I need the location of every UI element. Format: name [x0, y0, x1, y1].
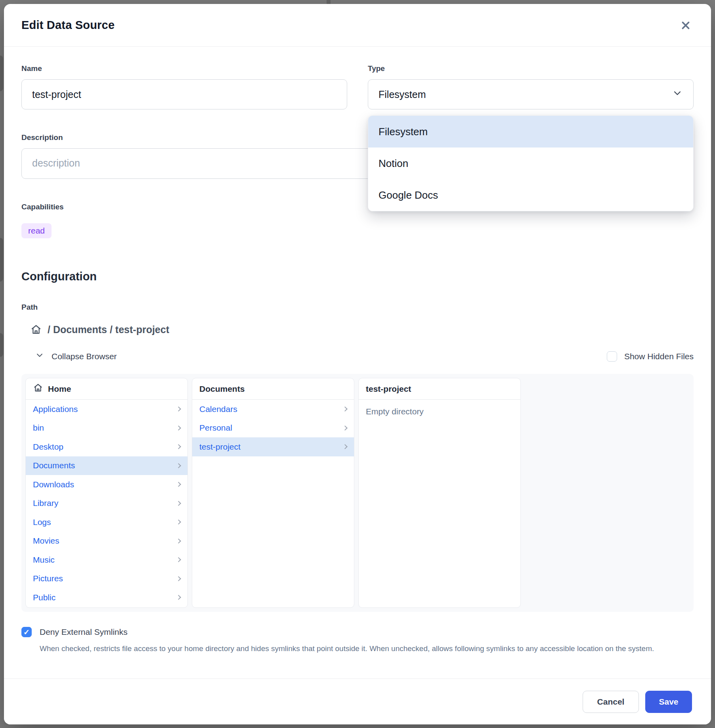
home-icon	[33, 383, 43, 395]
save-button[interactable]: Save	[645, 691, 692, 713]
show-hidden-files-checkbox[interactable]	[607, 351, 617, 362]
browser-column-home: Home Applications bin Desktop Documents …	[25, 378, 188, 608]
dir-item-label: Public	[33, 593, 55, 602]
chevron-right-icon	[176, 406, 181, 412]
dir-item-pictures[interactable]: Pictures	[26, 569, 187, 588]
chevron-right-icon	[176, 501, 181, 506]
dir-item-label: Personal	[199, 423, 232, 433]
browser-column-test-project-header: test-project	[359, 378, 520, 400]
chevron-right-icon	[342, 444, 348, 449]
dir-item-label: Desktop	[33, 442, 63, 452]
dir-item-label: bin	[33, 423, 44, 433]
chevron-right-icon	[176, 538, 181, 544]
dir-item-downloads[interactable]: Downloads	[26, 475, 187, 494]
type-field-group: Type Filesystem Filesystem Notion Google…	[368, 64, 694, 109]
type-select-value: Filesystem	[379, 89, 426, 100]
collapse-browser-toggle[interactable]: Collapse Browser	[21, 351, 117, 362]
capabilities-badges: read	[21, 223, 694, 238]
backdrop-left-smudge-3	[0, 333, 3, 357]
home-icon[interactable]	[30, 324, 42, 335]
chevron-right-icon	[342, 425, 348, 431]
cancel-button[interactable]: Cancel	[583, 691, 639, 713]
show-hidden-files-toggle[interactable]: Show Hidden Files	[607, 351, 694, 362]
dir-item-personal[interactable]: Personal	[192, 419, 354, 438]
dir-item-label: Calendars	[199, 404, 237, 414]
configuration-heading: Configuration	[21, 270, 694, 283]
dir-item-applications[interactable]: Applications	[26, 400, 187, 419]
capability-badge-read: read	[21, 223, 52, 238]
name-input[interactable]	[21, 79, 347, 109]
type-option-notion[interactable]: Notion	[368, 148, 693, 179]
dir-item-label: Library	[33, 498, 58, 508]
dir-item-label: Downloads	[33, 480, 74, 489]
chevron-down-icon	[672, 88, 683, 101]
deny-symlinks-row: ✓ Deny External Symlinks	[21, 627, 694, 637]
chevron-right-icon	[176, 519, 181, 525]
chevron-down-icon	[35, 351, 44, 362]
dir-item-bin[interactable]: bin	[26, 419, 187, 438]
browser-column-header-label: Home	[48, 384, 71, 394]
dir-item-label: Pictures	[33, 574, 63, 583]
dir-item-library[interactable]: Library	[26, 494, 187, 513]
browser-column-test-project: test-project Empty directory	[358, 378, 521, 608]
breadcrumb: / Documents / test-project	[21, 324, 694, 335]
dir-item-documents[interactable]: Documents	[26, 456, 187, 475]
dir-item-logs[interactable]: Logs	[26, 513, 187, 532]
browser-toolbar: Collapse Browser Show Hidden Files	[21, 351, 694, 362]
chevron-right-icon	[176, 576, 181, 581]
dir-item-calendars[interactable]: Calendars	[192, 400, 354, 419]
path-label: Path	[21, 303, 694, 312]
dir-item-test-project[interactable]: test-project	[192, 437, 354, 456]
close-icon[interactable]	[678, 17, 694, 33]
show-hidden-files-label: Show Hidden Files	[624, 352, 694, 361]
browser-column-documents-items: Calendars Personal test-project	[192, 400, 354, 607]
chevron-right-icon	[176, 444, 181, 449]
dir-item-desktop[interactable]: Desktop	[26, 437, 187, 456]
chevron-right-icon	[342, 406, 348, 412]
name-field-group: Name	[21, 64, 347, 109]
dir-item-music[interactable]: Music	[26, 550, 187, 569]
chevron-right-icon	[176, 595, 181, 600]
dialog-body: Name Type Filesystem Filesystem Notion G…	[4, 47, 711, 678]
name-label: Name	[21, 64, 347, 73]
dir-item-movies[interactable]: Movies	[26, 532, 187, 551]
type-option-filesystem[interactable]: Filesystem	[368, 116, 693, 148]
type-dropdown-menu: Filesystem Notion Google Docs	[368, 115, 694, 211]
browser-column-documents: Documents Calendars Personal test-projec…	[192, 378, 354, 608]
deny-symlinks-label: Deny External Symlinks	[40, 627, 128, 637]
deny-symlinks-help: When checked, restricts file access to y…	[21, 643, 671, 654]
empty-directory-text: Empty directory	[359, 400, 520, 423]
browser-column-home-header: Home	[26, 378, 187, 400]
dir-item-label: test-project	[199, 442, 241, 452]
dialog-header: Edit Data Source	[4, 4, 711, 47]
browser-column-header-label: Documents	[199, 384, 245, 394]
chevron-right-icon	[176, 557, 181, 562]
browser-column-home-items: Applications bin Desktop Documents Downl…	[26, 400, 187, 607]
edit-data-source-dialog: Edit Data Source Name Type Filesystem Fi	[4, 4, 711, 724]
breadcrumb-path: / Documents / test-project	[48, 324, 169, 335]
collapse-browser-label: Collapse Browser	[52, 352, 117, 361]
dir-item-public[interactable]: Public	[26, 588, 187, 607]
browser-column-header-label: test-project	[366, 384, 411, 394]
chevron-right-icon	[176, 463, 181, 468]
dialog-footer: Cancel Save	[4, 678, 711, 724]
dir-item-label: Movies	[33, 536, 59, 546]
type-select[interactable]: Filesystem	[368, 79, 694, 109]
backdrop-left-smudge-1	[0, 56, 3, 91]
chevron-right-icon	[176, 425, 181, 431]
dir-item-label: Music	[33, 555, 55, 565]
check-icon: ✓	[23, 628, 30, 637]
type-label: Type	[368, 64, 694, 73]
deny-symlinks-checkbox[interactable]: ✓	[21, 627, 32, 637]
dir-item-label: Documents	[33, 461, 75, 470]
dialog-title: Edit Data Source	[21, 19, 115, 32]
backdrop-left-smudge-2	[0, 238, 3, 282]
type-option-google-docs[interactable]: Google Docs	[368, 179, 693, 211]
dir-item-label: Applications	[33, 404, 78, 414]
backdrop-top-divider	[327, 0, 331, 4]
browser-column-documents-header: Documents	[192, 378, 354, 400]
file-browser: Home Applications bin Desktop Documents …	[21, 374, 694, 612]
chevron-right-icon	[176, 482, 181, 487]
dir-item-label: Logs	[33, 517, 51, 527]
